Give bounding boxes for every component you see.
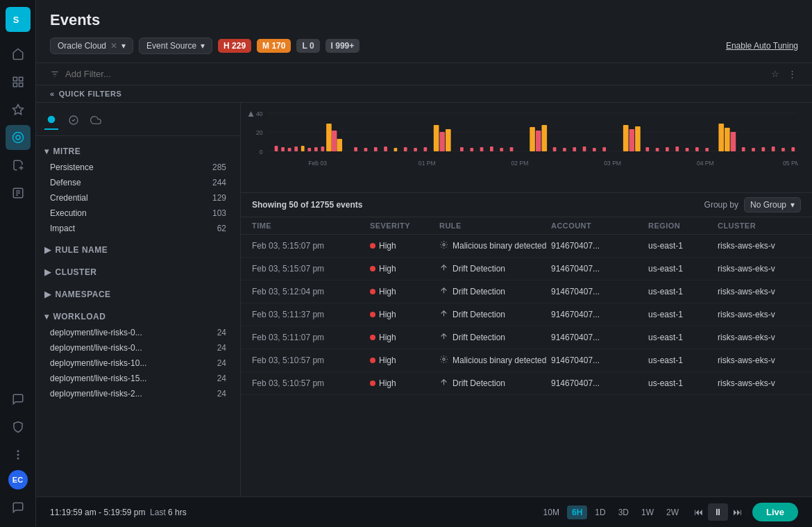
mitre-collapse-icon: ▾: [44, 147, 49, 156]
svg-rect-59: [553, 147, 557, 151]
namespace-section: ▶ Namespace: [36, 283, 240, 306]
list-item[interactable]: Defense244: [36, 175, 240, 190]
quick-filters-collapse[interactable]: «: [50, 90, 55, 98]
playback-next-button[interactable]: ⏭: [731, 505, 744, 519]
svg-rect-2: [19, 77, 22, 81]
sidebar-item-threats[interactable]: [6, 97, 31, 122]
namespace-header[interactable]: ▶ Namespace: [36, 286, 240, 303]
group-by: Group by No Group ▾: [704, 197, 801, 212]
workload-section-header[interactable]: ▾ Workload: [36, 308, 240, 325]
cell-rule: Drift Detection: [439, 263, 551, 274]
time-preset-button[interactable]: 3D: [614, 505, 634, 519]
live-button[interactable]: Live: [752, 503, 798, 521]
time-preset-button[interactable]: 6H: [567, 505, 587, 519]
sidebar-item-reports[interactable]: [6, 181, 31, 206]
table-row[interactable]: Feb 03, 5:11:37 pm High Drift Detection …: [241, 303, 812, 326]
time-preset-button[interactable]: 1W: [636, 505, 659, 519]
table-row[interactable]: Feb 03, 5:10:57 pm High Malicious binary…: [241, 349, 812, 372]
sidebar-item-security[interactable]: [6, 415, 31, 440]
chart-area: ▲ 40 20 0: [241, 103, 812, 193]
sidebar-item-investigations[interactable]: [6, 153, 31, 178]
playback-prev-button[interactable]: ⏮: [692, 505, 705, 519]
save-filter-button[interactable]: ☆: [770, 67, 781, 81]
time-preset-button[interactable]: 2W: [661, 505, 684, 519]
svg-text:Feb 03: Feb 03: [308, 160, 327, 167]
severity-medium-badge[interactable]: M 170: [257, 39, 291, 53]
rule-name-header[interactable]: ▶ Rule name: [36, 242, 240, 258]
table-body: Feb 03, 5:15:07 pm High Malicious binary…: [241, 235, 812, 395]
list-item[interactable]: Persistence285: [36, 160, 240, 175]
list-item[interactable]: Impact62: [36, 221, 240, 236]
cell-account: 914670407...: [551, 287, 648, 296]
svg-rect-67: [635, 126, 641, 151]
oracle-cloud-label: Oracle Cloud: [58, 41, 106, 51]
table-row[interactable]: Feb 03, 5:15:07 pm High Malicious binary…: [241, 235, 812, 258]
time-preset-button[interactable]: 1D: [590, 505, 610, 519]
svg-rect-79: [752, 148, 755, 151]
svg-rect-51: [470, 148, 473, 151]
severity-low-badge[interactable]: L 0: [296, 39, 319, 53]
cell-rule: Drift Detection: [439, 286, 551, 297]
sidebar-item-inventory[interactable]: [6, 69, 31, 94]
filter-input[interactable]: [65, 69, 764, 79]
filter-tab-rule[interactable]: [67, 112, 81, 130]
table-row[interactable]: Feb 03, 5:12:04 pm High Drift Detection …: [241, 281, 812, 303]
severity-indicator: [370, 289, 375, 294]
playback-controls: ⏮ ⏸ ⏭: [692, 503, 744, 521]
time-preset-button[interactable]: 10M: [539, 505, 564, 519]
table-row[interactable]: Feb 03, 5:10:57 pm High Drift Detection …: [241, 372, 812, 395]
cell-cluster: risks-aws-eks-v: [718, 378, 801, 388]
namespace-label: Namespace: [55, 290, 110, 299]
app-logo: S: [6, 7, 31, 32]
list-item[interactable]: Execution103: [36, 206, 240, 221]
svg-point-95: [443, 358, 445, 360]
svg-rect-1: [13, 77, 17, 81]
sidebar-item-home[interactable]: [6, 42, 31, 67]
filter-more-button[interactable]: ⋮: [786, 67, 798, 81]
oracle-cloud-filter[interactable]: Oracle Cloud ✕ ▾: [50, 37, 133, 54]
sidebar-item-integrations[interactable]: [6, 387, 31, 412]
svg-text:04 PM: 04 PM: [697, 160, 714, 167]
svg-text:05 PM: 05 PM: [783, 160, 798, 167]
event-source-dropdown[interactable]: Event Source ▾: [139, 37, 212, 54]
events-table: TimeSeverityRuleAccountRegionCluster Feb…: [241, 217, 812, 496]
group-by-select[interactable]: No Group ▾: [744, 197, 801, 212]
filter-tab-mitre[interactable]: [44, 112, 58, 130]
svg-text:0: 0: [260, 149, 263, 156]
svg-rect-71: [675, 147, 679, 151]
cluster-expand-icon: ▶: [44, 267, 51, 277]
table-row[interactable]: Feb 03, 5:11:07 pm High Drift Detection …: [241, 326, 812, 349]
chart-collapse-button[interactable]: ▲: [246, 108, 255, 119]
svg-point-6: [12, 133, 23, 143]
auto-tuning-button[interactable]: Enable Auto Tuning: [726, 41, 798, 51]
svg-rect-60: [563, 148, 566, 151]
rule-type-icon: [439, 378, 448, 389]
header-controls: Oracle Cloud ✕ ▾ Event Source ▾ H 229 M …: [50, 37, 798, 54]
sidebar-item-feedback[interactable]: [6, 495, 31, 520]
svg-rect-35: [301, 146, 305, 151]
list-item[interactable]: deployment/live-risks-0...24: [36, 325, 240, 340]
user-avatar[interactable]: EC: [8, 470, 28, 490]
sidebar-item-events[interactable]: [6, 125, 31, 150]
rule-type-icon: [439, 286, 448, 297]
table-column-header: Severity: [370, 221, 439, 230]
list-item[interactable]: deployment/live-risks-2...24: [36, 386, 240, 401]
mitre-section-header[interactable]: ▾ MITRE: [36, 143, 240, 160]
list-item[interactable]: deployment/live-risks-10...24: [36, 355, 240, 371]
svg-rect-42: [354, 147, 357, 151]
playback-pause-button[interactable]: ⏸: [708, 503, 728, 521]
list-item[interactable]: Credential129: [36, 190, 240, 206]
group-by-label: Group by: [704, 200, 738, 210]
severity-info-badge[interactable]: I 999+: [325, 39, 360, 53]
list-item[interactable]: deployment/live-risks-15...24: [36, 371, 240, 386]
list-item[interactable]: deployment/live-risks-0...24: [36, 340, 240, 355]
cell-severity: High: [370, 333, 439, 342]
severity-high-badge[interactable]: H 229: [218, 39, 251, 53]
svg-rect-37: [314, 147, 318, 151]
cluster-header[interactable]: ▶ Cluster: [36, 264, 240, 281]
filter-tab-cloud[interactable]: [89, 112, 103, 130]
table-row[interactable]: Feb 03, 5:15:07 pm High Drift Detection …: [241, 258, 812, 281]
right-panel: ▲ 40 20 0: [241, 103, 812, 496]
sidebar-item-more[interactable]: [6, 442, 31, 467]
remove-filter-icon[interactable]: ✕: [110, 41, 117, 51]
